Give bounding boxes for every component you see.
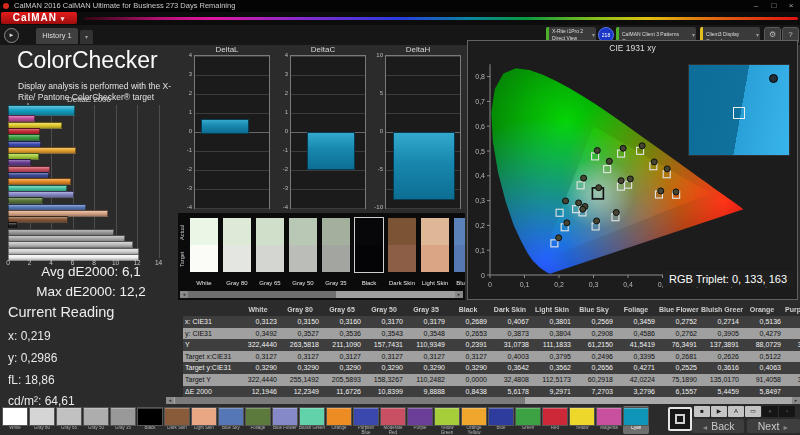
swatch-actual xyxy=(454,218,465,245)
patch-button-gray-50[interactable]: Gray 50 xyxy=(83,406,109,434)
maximize-button[interactable]: □ xyxy=(766,0,782,11)
patch-button-blue-flower[interactable]: Blue Flower xyxy=(272,406,298,434)
table-cell: 211,1090 xyxy=(323,339,365,351)
patch-button-white[interactable]: White xyxy=(2,406,28,434)
table-scroll-thumb[interactable] xyxy=(175,397,525,404)
table-cell: 0,2689 xyxy=(449,316,491,328)
cie-measured-marker xyxy=(620,145,626,151)
cie-zoom-inset xyxy=(688,64,790,156)
y-axis-tick: 0 xyxy=(277,128,288,134)
patch-button-yellow[interactable]: Yellow xyxy=(569,406,595,434)
patch-button-foliage[interactable]: Foliage xyxy=(245,406,271,434)
y-axis-tick: 4 xyxy=(181,52,192,58)
stop-measure-button[interactable] xyxy=(668,407,692,431)
minimize-button[interactable]: – xyxy=(748,0,764,11)
cie-measured-marker xyxy=(594,148,600,154)
table-cell: 0,3127 xyxy=(323,351,365,363)
row-label: Target Y xyxy=(183,374,239,386)
patch-button-light-skin[interactable]: Light Skin xyxy=(191,406,217,434)
table-scrollbar[interactable]: ◂ ▸ xyxy=(166,397,800,404)
table-row: Target Y322,4440255,1492205,5893158,3267… xyxy=(183,374,800,386)
table-cell: 60,2918 xyxy=(575,374,617,386)
row-label: Y xyxy=(183,339,239,351)
table-cell: 0,3170 xyxy=(365,316,407,328)
scroll-left-icon[interactable]: ◂ xyxy=(180,291,188,298)
patch-button-gray-35[interactable]: Gray 35 xyxy=(110,406,136,434)
current-reading-heading: Current Reading xyxy=(8,304,114,320)
swatch-target xyxy=(388,245,416,272)
swatch-scrollbar[interactable]: ◂ ▸ xyxy=(180,291,463,298)
patch-button-moderate-red[interactable]: Moderate Red xyxy=(380,406,406,434)
scroll-left-icon[interactable]: ◂ xyxy=(166,397,174,404)
patch-button-orange[interactable]: Orange xyxy=(326,406,352,434)
table-cell: 110,2482 xyxy=(407,374,449,386)
row-label: y: CIE31 xyxy=(183,328,239,340)
table-cell: 11,6726 xyxy=(323,386,365,397)
patch-button-gray-80[interactable]: Gray 80 xyxy=(29,406,55,434)
patch-button-blue[interactable]: Blue xyxy=(488,406,514,434)
patch-button-blue-sky[interactable]: Blue Sky xyxy=(218,406,244,434)
play-icon[interactable]: ► xyxy=(4,28,19,43)
patch-button-dark-skin[interactable]: Dark Skin xyxy=(164,406,190,434)
y-axis-tick: -2 xyxy=(181,166,192,172)
table-cell: 0,2653 xyxy=(449,328,491,340)
play-button[interactable]: ▶ xyxy=(711,406,727,417)
column-header: Gray 35 xyxy=(407,303,449,316)
scroll-right-icon[interactable]: ▸ xyxy=(455,291,463,298)
tab-history-1[interactable]: History 1 xyxy=(36,28,78,44)
swatch-label: Dark Skin xyxy=(384,280,420,286)
patch-button-purplish-blue[interactable]: Purplish Blue xyxy=(353,406,379,434)
calman-logo-menu[interactable]: CalMAN ▾ xyxy=(1,12,77,24)
swatch-label: Light Skin xyxy=(417,280,453,286)
swatch-target xyxy=(454,245,465,272)
extra-button-2[interactable]: ▪ xyxy=(779,406,795,417)
table-cell: 205,5893 xyxy=(323,374,365,386)
cie-measured-marker xyxy=(606,158,612,164)
table-cell: 255,1492 xyxy=(281,374,323,386)
patch-button-purple[interactable]: Purple xyxy=(407,406,433,434)
patch-button-gray-65[interactable]: Gray 65 xyxy=(56,406,82,434)
patch-color xyxy=(29,407,55,426)
cie-measured-marker xyxy=(618,178,624,184)
patch-color xyxy=(2,407,28,426)
back-button[interactable]: ◄ Back xyxy=(692,419,744,433)
svg-text:0,1: 0,1 xyxy=(520,281,530,288)
calman-app-window: CalMAN 2016 CalMAN Ultimate for Business… xyxy=(0,0,800,435)
patch-color xyxy=(164,407,190,426)
y-axis-tick: 3 xyxy=(181,71,192,77)
stop-button[interactable]: ■ xyxy=(694,406,710,417)
y-axis-tick: -3 xyxy=(181,185,192,191)
next-button[interactable]: Next ► xyxy=(747,419,800,433)
table-cell: 0,3290 xyxy=(365,362,407,374)
swatch-scroll-thumb[interactable] xyxy=(188,291,336,298)
patch-button-red[interactable]: Red xyxy=(542,406,568,434)
patch-label: Green xyxy=(515,426,541,435)
close-button[interactable]: × xyxy=(783,0,799,11)
table-cell: 0,3616 xyxy=(701,362,743,374)
column-header: Gray 50 xyxy=(365,303,407,316)
patch-button-magenta[interactable]: Magenta xyxy=(596,406,622,434)
y-axis-tick: -4 xyxy=(181,204,192,210)
chevron-down-icon: ▾ xyxy=(592,31,595,38)
gridline xyxy=(195,189,269,190)
table-cell: 0,4003 xyxy=(491,351,533,363)
table-cell: 0,2626 xyxy=(701,351,743,363)
patch-button-bluish-green[interactable]: Bluish Green xyxy=(299,406,325,434)
patch-button-green[interactable]: Green xyxy=(515,406,541,434)
patch-label: Red xyxy=(542,426,568,435)
extra-button-1[interactable]: ● xyxy=(762,406,778,417)
gridline xyxy=(386,94,460,95)
table-cell: 42,0224 xyxy=(617,374,659,386)
tab-overflow-stub[interactable]: ▾ xyxy=(80,30,93,44)
patch-button-cyan[interactable]: Cyan xyxy=(623,406,649,434)
patch-button-black[interactable]: Black xyxy=(137,406,163,434)
read-display-button[interactable]: ▭ xyxy=(745,406,761,417)
scroll-right-icon[interactable]: ▸ xyxy=(792,397,800,404)
patch-label: Purplish Blue xyxy=(353,426,379,435)
question-icon: ? xyxy=(788,30,792,39)
patch-button-orange-yellow[interactable]: Orange Yellow xyxy=(461,406,487,434)
patch-button-yellow-green[interactable]: Yellow Green xyxy=(434,406,460,434)
auto-advance-button[interactable]: A xyxy=(728,406,744,417)
swatch-actual xyxy=(355,218,383,245)
inset-target-marker xyxy=(733,107,745,119)
